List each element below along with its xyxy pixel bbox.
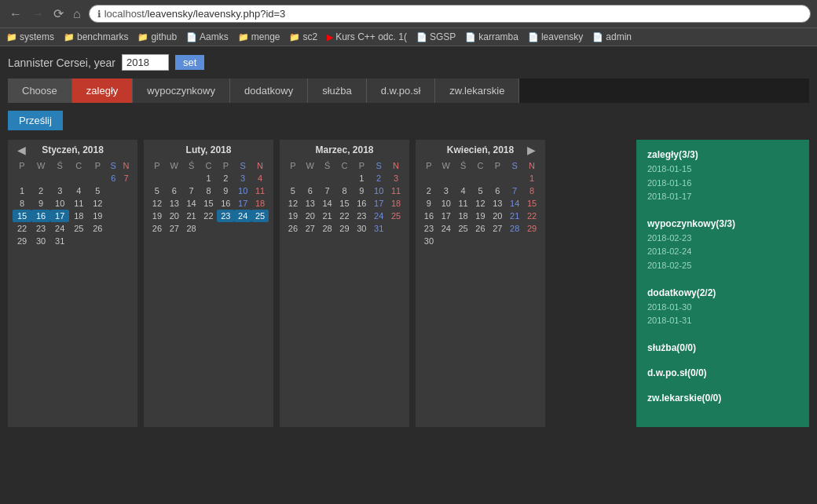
cal-day[interactable]: 9 bbox=[217, 184, 234, 197]
cal-day[interactable]: 11 bbox=[69, 197, 88, 210]
tab-dodatkowy[interactable]: dodatkowy bbox=[230, 79, 308, 103]
cal-day[interactable]: 8 bbox=[523, 184, 540, 197]
cal-day[interactable]: 25 bbox=[251, 210, 269, 222]
bookmark-systems[interactable]: 📁 systems bbox=[6, 31, 54, 42]
cal-day[interactable]: 30 bbox=[353, 222, 370, 235]
bookmark-menge[interactable]: 📁 menge bbox=[238, 31, 280, 42]
tab-dwposl[interactable]: d.w.po.sł bbox=[367, 79, 436, 103]
cal-day[interactable]: 3 bbox=[50, 184, 69, 197]
cal-day[interactable]: 12 bbox=[472, 197, 489, 210]
cal-day[interactable]: 6 bbox=[489, 184, 506, 197]
cal-day[interactable]: 16 bbox=[353, 197, 370, 210]
cal-day[interactable]: 29 bbox=[336, 222, 354, 235]
cal-day[interactable]: 13 bbox=[489, 197, 506, 210]
bookmark-sgsp[interactable]: 📄 SGSP bbox=[416, 31, 456, 42]
cal-day[interactable]: 28 bbox=[183, 222, 200, 235]
cal-day[interactable] bbox=[107, 197, 119, 210]
cal-day[interactable]: 9 bbox=[31, 197, 50, 210]
year-input[interactable] bbox=[122, 54, 169, 71]
cal-day[interactable]: 19 bbox=[284, 210, 302, 222]
cal-day[interactable]: 16 bbox=[31, 210, 50, 222]
cal-day[interactable]: 2 bbox=[370, 172, 387, 184]
cal-day[interactable]: 19 bbox=[472, 210, 489, 222]
cal-day[interactable]: 19 bbox=[88, 210, 107, 222]
cal-day[interactable]: 17 bbox=[370, 197, 387, 210]
cal-day[interactable]: 1 bbox=[200, 172, 218, 184]
bookmark-leavensky[interactable]: 📄 leavensky bbox=[528, 31, 583, 42]
cal-day[interactable]: 24 bbox=[370, 210, 387, 222]
cal-day[interactable]: 4 bbox=[455, 184, 472, 197]
cal-day[interactable]: 27 bbox=[166, 222, 183, 235]
cal-day[interactable] bbox=[107, 210, 119, 222]
cal-day[interactable]: 4 bbox=[69, 184, 88, 197]
cal-day[interactable]: 16 bbox=[217, 197, 234, 210]
cal-day[interactable]: 2 bbox=[420, 184, 438, 197]
cal-day[interactable]: 22 bbox=[13, 222, 31, 235]
cal-day[interactable] bbox=[119, 210, 133, 222]
cal-day[interactable]: 22 bbox=[523, 210, 540, 222]
cal-day[interactable] bbox=[107, 222, 119, 235]
cal-day[interactable]: 5 bbox=[148, 184, 166, 197]
cal-day[interactable] bbox=[119, 222, 133, 235]
cal-day[interactable]: 23 bbox=[353, 210, 370, 222]
cal-day[interactable]: 15 bbox=[200, 197, 218, 210]
cal-day[interactable]: 15 bbox=[523, 197, 540, 210]
cal-day[interactable]: 17 bbox=[234, 197, 251, 210]
cal-day[interactable]: 11 bbox=[455, 197, 472, 210]
cal-day[interactable]: 24 bbox=[50, 222, 69, 235]
forward-button[interactable]: → bbox=[28, 5, 47, 23]
cal-day[interactable]: 18 bbox=[69, 210, 88, 222]
cal-day[interactable]: 18 bbox=[387, 197, 405, 210]
cal-day[interactable]: 17 bbox=[50, 210, 69, 222]
set-button[interactable]: set bbox=[175, 55, 204, 70]
cal-day[interactable]: 6 bbox=[302, 184, 319, 197]
home-button[interactable]: ⌂ bbox=[70, 5, 84, 23]
bookmark-admin[interactable]: 📄 admin bbox=[592, 31, 632, 42]
cal-day[interactable]: 16 bbox=[420, 210, 438, 222]
reload-button[interactable]: ⟳ bbox=[50, 5, 67, 23]
cal-day[interactable]: 8 bbox=[336, 184, 354, 197]
cal-day[interactable]: 23 bbox=[31, 222, 50, 235]
cal-day[interactable]: 22 bbox=[200, 210, 218, 222]
cal-day[interactable]: 9 bbox=[420, 197, 438, 210]
cal-day[interactable]: 28 bbox=[506, 222, 523, 235]
cal-day[interactable]: 22 bbox=[336, 210, 354, 222]
cal-day[interactable]: 25 bbox=[387, 210, 405, 222]
cal-day[interactable]: 15 bbox=[336, 197, 354, 210]
cal-prev-jan[interactable]: ◀ bbox=[13, 144, 31, 156]
cal-day[interactable]: 29 bbox=[523, 222, 540, 235]
cal-day[interactable]: 29 bbox=[13, 235, 31, 247]
bookmark-youtube[interactable]: ▶ Kurs C++ odc. 1( bbox=[327, 31, 407, 42]
cal-day[interactable]: 8 bbox=[200, 184, 218, 197]
cal-day[interactable]: 13 bbox=[166, 197, 183, 210]
cal-day[interactable]: 23 bbox=[420, 222, 438, 235]
cal-day[interactable]: 14 bbox=[183, 197, 200, 210]
tab-zwlekarskie[interactable]: zw.lekarskie bbox=[435, 79, 519, 103]
cal-day[interactable]: 10 bbox=[438, 197, 455, 210]
cal-day[interactable] bbox=[119, 184, 133, 197]
cal-day[interactable]: 27 bbox=[302, 222, 319, 235]
cal-day[interactable]: 11 bbox=[251, 184, 269, 197]
cal-day[interactable]: 13 bbox=[302, 197, 319, 210]
cal-day[interactable]: 1 bbox=[523, 172, 540, 184]
cal-day[interactable]: 26 bbox=[148, 222, 166, 235]
cal-day[interactable]: 15 bbox=[13, 210, 31, 222]
cal-day[interactable]: 7 bbox=[506, 184, 523, 197]
cal-day[interactable]: 5 bbox=[88, 184, 107, 197]
cal-day[interactable]: 24 bbox=[438, 222, 455, 235]
cal-day[interactable]: 14 bbox=[319, 197, 336, 210]
cal-day[interactable]: 20 bbox=[166, 210, 183, 222]
cal-day[interactable]: 3 bbox=[234, 172, 251, 184]
bookmark-github[interactable]: 📁 github bbox=[137, 31, 177, 42]
cal-day[interactable]: 19 bbox=[148, 210, 166, 222]
tab-wypoczynkowy[interactable]: wypoczynkowy bbox=[133, 79, 230, 103]
cal-day[interactable]: 11 bbox=[387, 184, 405, 197]
cal-day[interactable]: 9 bbox=[353, 184, 370, 197]
cal-day[interactable]: 3 bbox=[438, 184, 455, 197]
back-button[interactable]: ← bbox=[6, 5, 25, 23]
cal-day[interactable]: 25 bbox=[455, 222, 472, 235]
cal-day[interactable]: 3 bbox=[387, 172, 405, 184]
cal-day[interactable]: 7 bbox=[183, 184, 200, 197]
tab-sluzba[interactable]: służba bbox=[308, 79, 367, 103]
cal-day[interactable]: 8 bbox=[13, 197, 31, 210]
